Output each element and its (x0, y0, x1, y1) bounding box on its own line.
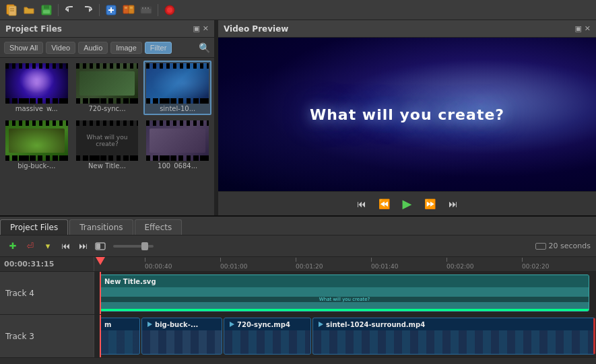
rewind-to-start-button[interactable]: ⏮ (354, 196, 370, 212)
svg-rect-19 (145, 7, 146, 9)
preview-header-icons: ▣ ✕ (574, 24, 591, 33)
toggle-button[interactable] (93, 239, 108, 254)
fast-forward-button[interactable]: ⏩ (422, 196, 438, 212)
video-preview-panel: Video Preview ▣ ✕ What will you create? … (218, 20, 596, 215)
ruler-ticks[interactable]: 00:00:40 00:01:00 00:01:20 00:01:40 00:0… (94, 257, 596, 271)
record-icon[interactable] (162, 3, 177, 17)
panel-restore-icon[interactable]: ▣ (193, 24, 199, 33)
ruler-mark-140: 00:01:40 (371, 263, 398, 270)
svg-marker-27 (319, 322, 323, 327)
thumbnail-label: 720-sync... (76, 105, 139, 112)
video-filter-button[interactable]: Video (46, 42, 75, 54)
ruler-mark-40: 00:00:40 (145, 263, 172, 270)
list-item[interactable]: massive_w... (3, 61, 71, 115)
preview-close-icon[interactable]: ✕ (585, 24, 591, 33)
project-files-panel: Project Files ▣ ✕ Show All Video Audio I… (0, 20, 216, 215)
redo-icon[interactable] (80, 3, 95, 17)
list-item[interactable]: sintel-10... (143, 61, 211, 115)
svg-rect-13 (129, 5, 134, 13)
clip-icon[interactable] (139, 3, 154, 17)
toolbar-separator-2 (99, 4, 100, 16)
toolbar-separator-1 (58, 4, 59, 16)
play-button[interactable]: ▶ (399, 196, 416, 212)
playhead-marker (100, 257, 105, 271)
preview-restore-icon[interactable]: ▣ (574, 24, 581, 33)
export-icon[interactable] (121, 3, 136, 17)
list-item[interactable]: big-buck-... (3, 118, 71, 172)
new-icon[interactable] (4, 3, 19, 17)
thumbnail-label: big-buck-... (5, 162, 68, 170)
zoom-slider-thumb[interactable] (141, 242, 148, 250)
timecode-value: 00:00:31:15 (4, 260, 54, 268)
image-filter-button[interactable]: Image (110, 42, 142, 54)
clip-720-content (224, 330, 310, 354)
clip-video-sintel[interactable]: sintel-1024-surround.mp4 (312, 318, 595, 355)
clip-1-title: m (100, 318, 139, 330)
timeline-tracks: Track 4 New Title.svg What will you crea… (0, 272, 596, 364)
clip-720-label: 720-sync.mp4 (237, 321, 290, 328)
table-row: Track 3 m (0, 315, 596, 358)
add-clip-icon[interactable] (104, 3, 119, 17)
timecode-display: 00:00:31:15 (0, 257, 94, 271)
clip-video-720sync[interactable]: 720-sync.mp4 (224, 318, 311, 355)
remove-track-button[interactable]: ⏎ (23, 239, 38, 254)
undo-icon[interactable] (63, 3, 77, 17)
track-3-label: Track 3 (0, 315, 94, 357)
project-files-title: Project Files (5, 24, 62, 34)
timeline-area: Project Files Transitions Effects ✚ ⏎ ▾ … (0, 215, 596, 364)
add-track-button[interactable]: ✚ (5, 239, 20, 254)
preview-video-area[interactable]: What will you create? (218, 38, 596, 191)
clip-content: What will you create? (100, 287, 589, 311)
track-label-text: Track 3 (5, 332, 34, 341)
timeline-tabs: Project Files Transitions Effects (0, 217, 596, 235)
track-label-text: Track 4 (5, 289, 34, 298)
track-4-content[interactable]: New Title.svg What will you create? (94, 272, 596, 314)
track-3-content[interactable]: m big-buck-... (94, 315, 596, 357)
save-icon[interactable] (39, 3, 54, 17)
preview-overlay-text: What will you create? (310, 106, 504, 123)
list-item[interactable]: 100_0684... (143, 118, 211, 172)
rewind-button[interactable]: ⏪ (376, 196, 393, 212)
clip-sintel-title: sintel-1024-surround.mp4 (313, 318, 593, 330)
toolbar-separator-3 (158, 4, 158, 16)
playhead-line (100, 272, 101, 314)
clip-bigbuck-label: big-buck-... (155, 321, 198, 328)
top-panels: Project Files ▣ ✕ Show All Video Audio I… (0, 20, 596, 215)
clip-accent-bar (100, 309, 589, 311)
tab-effects[interactable]: Effects (135, 219, 183, 235)
clip-title-bar: New Title.svg (100, 275, 589, 287)
tab-transitions[interactable]: Transitions (69, 219, 133, 235)
open-folder-icon[interactable] (22, 3, 36, 17)
tab-project-files[interactable]: Project Files (0, 219, 68, 235)
jump-start-button[interactable]: ⏮ (58, 239, 73, 254)
panel-close-icon[interactable]: ✕ (203, 24, 209, 33)
thumbnail-label: massive_w... (5, 105, 68, 112)
audio-filter-button[interactable]: Audio (78, 42, 108, 54)
ruler-mark-120: 00:01:20 (296, 263, 323, 270)
track-4-label: Track 4 (0, 272, 94, 314)
ruler-mark-220: 00:02:20 (522, 263, 549, 270)
filter-filter-button[interactable]: Filter (145, 42, 172, 54)
clip-new-title-svg[interactable]: New Title.svg What will you create? (100, 275, 589, 312)
thumbnail-massive (5, 63, 68, 104)
clip-720-title: 720-sync.mp4 (224, 318, 310, 330)
svg-rect-24 (96, 244, 100, 249)
list-item[interactable]: What will you create? New Title... (73, 118, 141, 172)
forward-to-end-button[interactable]: ⏭ (445, 196, 461, 212)
clip-label: New Title.svg (104, 278, 156, 285)
jump-end-button[interactable]: ⏭ (75, 239, 90, 254)
clip-video-bigbuck[interactable]: big-buck-... (141, 318, 222, 355)
filter-timeline-button[interactable]: ▾ (40, 239, 55, 254)
clip-bigbuck-content (142, 330, 222, 354)
zoom-slider[interactable] (113, 245, 154, 248)
show-all-button[interactable]: Show All (4, 42, 43, 54)
ruler-mark-100: 00:01:00 (220, 263, 247, 270)
search-button[interactable]: 🔍 (199, 42, 210, 53)
top-toolbar (0, 0, 596, 20)
main-layout: Project Files ▣ ✕ Show All Video Audio I… (0, 20, 596, 364)
clip-sintel-label: sintel-1024-surround.mp4 (326, 321, 425, 328)
list-item[interactable]: 720-sync... (73, 61, 141, 115)
ruler-mark-200: 00:02:00 (446, 263, 473, 270)
clip-video-1[interactable]: m (100, 318, 140, 355)
svg-rect-14 (125, 7, 127, 9)
